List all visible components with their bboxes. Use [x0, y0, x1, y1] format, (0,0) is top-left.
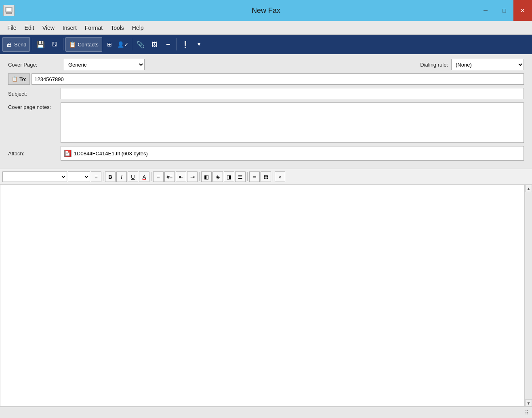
- font-size-select[interactable]: [68, 171, 90, 182]
- attach-label: Attach:: [8, 150, 61, 157]
- format-sep-3: [199, 172, 200, 181]
- format-sep-4: [247, 172, 248, 181]
- attach-row: Attach: 1D0844FC414E1.tif (603 bytes): [8, 146, 524, 161]
- contacts-small-icon: 📋: [12, 76, 18, 82]
- dialing-rule-select[interactable]: (None) Rule 1 Rule 2: [451, 59, 524, 70]
- svg-rect-2: [6, 12, 12, 14]
- vertical-scrollbar: ▲ ▼: [525, 185, 532, 407]
- main-toolbar: 🖨 Send 💾 🖫 📋 Contacts ⊞ 👤✓ 📎 🖼 ━ ❕ ▼: [0, 35, 532, 54]
- image-insert-button[interactable]: 🖼: [261, 171, 271, 182]
- more-button[interactable]: »: [275, 171, 285, 182]
- scroll-up-button[interactable]: ▲: [525, 185, 532, 192]
- send-label: Send: [14, 42, 26, 48]
- window-controls: ─ □ ✕: [476, 0, 532, 21]
- font-color-button[interactable]: A: [139, 171, 149, 182]
- status-bar: ⠿: [0, 407, 532, 418]
- separator-1: [32, 38, 32, 50]
- editor-wrapper: ▲ ▼: [0, 185, 532, 407]
- menu-tools[interactable]: Tools: [107, 23, 128, 33]
- top-row: Cover Page: Generic Confident Urgent Non…: [8, 59, 524, 70]
- save-icon: 💾: [37, 41, 45, 48]
- justify-button[interactable]: ☰: [235, 171, 246, 182]
- save-as-button[interactable]: 🖫: [48, 38, 61, 51]
- underline-button[interactable]: U: [128, 171, 138, 182]
- line-icon: ━: [166, 41, 170, 48]
- maximize-button[interactable]: □: [495, 0, 513, 21]
- app-icon: [3, 5, 15, 16]
- paragraph-style-button[interactable]: ≡: [91, 171, 101, 182]
- contacts-icon: 📋: [69, 41, 76, 48]
- subject-input[interactable]: [61, 88, 524, 99]
- title-bar: New Fax ─ □ ✕: [0, 0, 532, 21]
- menu-help[interactable]: Help: [128, 23, 148, 33]
- cover-page-select[interactable]: Generic Confident Urgent None: [64, 59, 145, 70]
- image-button[interactable]: 🖼: [148, 38, 161, 51]
- priority-icon: ❕: [181, 41, 189, 48]
- align-left-button[interactable]: ◧: [201, 171, 212, 182]
- attach-icon: 📎: [137, 41, 145, 48]
- attach-file-icon: [64, 150, 71, 157]
- menu-file[interactable]: File: [3, 23, 21, 33]
- to-row: 📋 To:: [8, 73, 524, 85]
- priority-button[interactable]: ❕: [179, 38, 192, 51]
- separator-2: [63, 38, 63, 50]
- subject-row: Subject:: [8, 88, 524, 99]
- form-area: Cover Page: Generic Confident Urgent Non…: [0, 54, 532, 169]
- close-button[interactable]: ✕: [513, 0, 532, 21]
- bullet-list-button[interactable]: ≡: [153, 171, 164, 182]
- notes-label: Cover page notes:: [8, 102, 61, 110]
- align-center-button[interactable]: ◈: [212, 171, 223, 182]
- attach-filename: 1D0844FC414E1.tif (603 bytes): [74, 150, 148, 157]
- contacts-button[interactable]: 📋 Contacts: [65, 37, 102, 52]
- notes-row: Cover page notes:: [8, 102, 524, 143]
- grid-icon: ⊞: [107, 41, 112, 48]
- scroll-track[interactable]: [525, 192, 532, 399]
- resize-grip[interactable]: ⠿: [525, 410, 529, 416]
- numbered-list-button[interactable]: #≡: [164, 171, 175, 182]
- notes-textarea[interactable]: [61, 102, 524, 143]
- subject-label: Subject:: [8, 91, 61, 97]
- increase-indent-button[interactable]: ⇥: [187, 171, 198, 182]
- send-button[interactable]: 🖨 Send: [2, 37, 30, 52]
- menu-format[interactable]: Format: [81, 23, 107, 33]
- dropdown-button[interactable]: ▼: [193, 38, 206, 51]
- dropdown-icon: ▼: [197, 42, 202, 47]
- svg-rect-6: [66, 153, 68, 154]
- rule-button[interactable]: ━: [249, 171, 260, 182]
- save-as-icon: 🖫: [52, 41, 57, 48]
- window-title: New Fax: [252, 6, 280, 15]
- menu-view[interactable]: View: [38, 23, 59, 33]
- svg-rect-7: [68, 150, 70, 153]
- to-button-label: To:: [19, 76, 26, 82]
- scroll-down-button[interactable]: ▼: [525, 399, 532, 407]
- to-input[interactable]: [32, 73, 524, 85]
- line-button[interactable]: ━: [162, 38, 175, 51]
- grid-button[interactable]: ⊞: [103, 38, 116, 51]
- format-sep-2: [151, 172, 151, 181]
- svg-rect-5: [66, 153, 69, 153]
- person-check-button[interactable]: 👤✓: [117, 38, 130, 51]
- cover-page-label: Cover Page:: [8, 62, 61, 68]
- attach-button[interactable]: 📎: [134, 38, 147, 51]
- dialing-rule-label: Dialing rule:: [420, 62, 448, 68]
- editor-content[interactable]: [0, 185, 524, 406]
- contacts-label: Contacts: [78, 42, 98, 48]
- person-check-icon: 👤✓: [117, 41, 129, 48]
- italic-button[interactable]: I: [116, 171, 127, 182]
- save-button[interactable]: 💾: [34, 38, 47, 51]
- format-sep-5: [273, 172, 273, 181]
- menu-edit[interactable]: Edit: [21, 23, 38, 33]
- separator-4: [177, 38, 177, 50]
- font-family-select[interactable]: [2, 171, 67, 182]
- minimize-button[interactable]: ─: [476, 0, 495, 21]
- cover-page-group: Cover Page: Generic Confident Urgent Non…: [8, 59, 145, 70]
- decrease-indent-button[interactable]: ⇤: [176, 171, 186, 182]
- menu-insert[interactable]: Insert: [59, 23, 81, 33]
- bold-button[interactable]: B: [105, 171, 116, 182]
- editor-area: [0, 185, 525, 407]
- svg-rect-1: [6, 8, 11, 11]
- to-button[interactable]: 📋 To:: [8, 73, 30, 85]
- menu-bar: File Edit View Insert Format Tools Help: [0, 21, 532, 35]
- attach-box: 1D0844FC414E1.tif (603 bytes): [61, 146, 524, 161]
- align-right-button[interactable]: ◨: [224, 171, 234, 182]
